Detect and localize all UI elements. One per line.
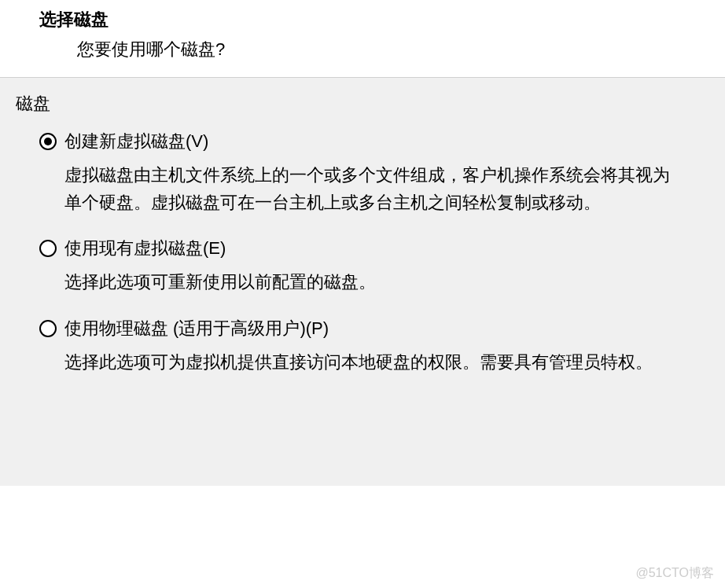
disk-group-label: 磁盘 [16, 92, 709, 116]
radio-use-physical-disk[interactable]: 使用物理磁盘 (适用于高级用户)(P) [39, 317, 709, 340]
wizard-header: 选择磁盘 您要使用哪个磁盘? [0, 0, 725, 77]
page-subtitle: 您要使用哪个磁盘? [39, 38, 686, 61]
radio-label: 创建新虚拟磁盘(V) [64, 130, 208, 153]
radio-icon [39, 320, 57, 337]
disk-radio-group: 创建新虚拟磁盘(V) 虚拟磁盘由主机文件系统上的一个或多个文件组成，客户机操作系… [16, 130, 709, 376]
radio-option-physical-disk: 使用物理磁盘 (适用于高级用户)(P) 选择此选项可为虚拟机提供直接访问本地硬盘… [39, 317, 709, 376]
radio-icon [39, 133, 57, 150]
page-title: 选择磁盘 [39, 8, 686, 31]
radio-label: 使用现有虚拟磁盘(E) [64, 237, 226, 260]
radio-icon [39, 240, 57, 257]
radio-description: 虚拟磁盘由主机文件系统上的一个或多个文件组成，客户机操作系统会将其视为单个硬盘。… [39, 161, 692, 216]
radio-label: 使用物理磁盘 (适用于高级用户)(P) [64, 317, 329, 340]
radio-use-existing-disk[interactable]: 使用现有虚拟磁盘(E) [39, 237, 709, 260]
radio-description: 选择此选项可为虚拟机提供直接访问本地硬盘的权限。需要具有管理员特权。 [39, 348, 692, 376]
radio-description: 选择此选项可重新使用以前配置的磁盘。 [39, 268, 692, 296]
radio-create-new-disk[interactable]: 创建新虚拟磁盘(V) [39, 130, 709, 153]
radio-option-create-new: 创建新虚拟磁盘(V) 虚拟磁盘由主机文件系统上的一个或多个文件组成，客户机操作系… [39, 130, 709, 216]
radio-option-use-existing: 使用现有虚拟磁盘(E) 选择此选项可重新使用以前配置的磁盘。 [39, 237, 709, 296]
watermark: @51CTO博客 [635, 565, 714, 582]
content-panel: 磁盘 创建新虚拟磁盘(V) 虚拟磁盘由主机文件系统上的一个或多个文件组成，客户机… [0, 77, 725, 486]
